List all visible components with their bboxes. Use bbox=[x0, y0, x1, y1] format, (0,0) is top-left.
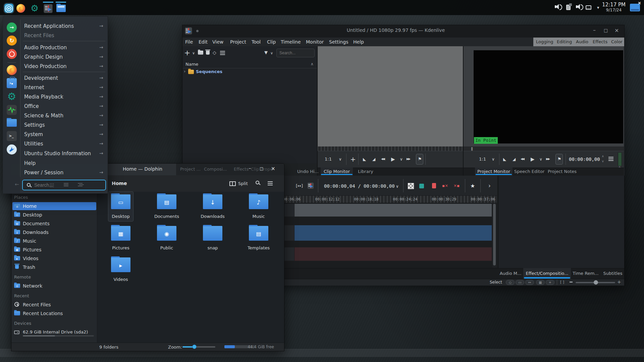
dolphin-menu-icon[interactable] bbox=[268, 181, 273, 182]
folder-label-videos[interactable]: Videos bbox=[113, 277, 128, 282]
sidebar-item-desktop[interactable]: Desktop bbox=[23, 213, 42, 218]
timeline-fit-zoom-icon[interactable]: [↔] bbox=[296, 184, 303, 188]
project-zone-out-icon[interactable]: ◢ bbox=[513, 157, 516, 162]
timeline-zoom-in-icon[interactable]: + bbox=[617, 280, 621, 285]
clip-zoom-dropdown-icon[interactable]: ∨ bbox=[339, 157, 342, 162]
tab-effects[interactable]: Effects bbox=[593, 40, 607, 44]
sidebar-item-documents[interactable]: Documents bbox=[23, 221, 50, 226]
tray-expand-icon[interactable]: ▾ bbox=[597, 5, 599, 10]
menu-item-internet[interactable]: Internet bbox=[24, 85, 44, 90]
menu-back-icon[interactable]: ← bbox=[15, 182, 19, 187]
firefox-icon[interactable] bbox=[7, 65, 17, 75]
tab-project-notes[interactable]: Project Notes bbox=[547, 169, 578, 174]
tool-button-1[interactable]: ◇ bbox=[506, 280, 515, 285]
menu-help[interactable]: Help bbox=[353, 40, 364, 45]
track-header-v2[interactable] bbox=[284, 204, 294, 217]
sequences-folder-icon[interactable] bbox=[188, 70, 194, 74]
menu-view[interactable]: View bbox=[212, 40, 223, 45]
menu-item-help[interactable]: Help bbox=[24, 161, 36, 166]
software-center-icon[interactable]: ›▪ bbox=[7, 78, 17, 88]
tab-subtitles[interactable]: Subtitles bbox=[602, 271, 624, 276]
dolphin-minimize-button[interactable]: – bbox=[249, 166, 251, 171]
audio-app-icon[interactable] bbox=[7, 105, 17, 115]
shutdown-icon[interactable] bbox=[7, 49, 17, 59]
menu-project[interactable]: Project bbox=[230, 40, 246, 45]
dolphin-launcher-icon[interactable] bbox=[56, 5, 66, 12]
folder-icon-documents[interactable]: ▤ bbox=[157, 194, 176, 209]
menu-item-settings[interactable]: Settings bbox=[24, 122, 45, 128]
clip-zone-in-icon[interactable]: ◣ bbox=[363, 157, 366, 162]
folder-icon-desktop[interactable]: ▭ bbox=[111, 194, 130, 209]
kdenlive-launcher-icon[interactable]: ▶ bbox=[44, 4, 53, 13]
sidebar-item-recent-files[interactable]: Recent Files bbox=[23, 302, 51, 307]
folder-label-pictures[interactable]: Pictures bbox=[112, 246, 129, 250]
split-view-icon[interactable] bbox=[229, 181, 236, 186]
menu-item-media-playback[interactable]: Media Playback bbox=[24, 94, 63, 100]
clip-monitor-ruler[interactable] bbox=[318, 146, 463, 151]
menu-item-graphic-design[interactable]: Graphic Design bbox=[24, 54, 63, 60]
installer-launcher-icon[interactable]: ⚙ bbox=[30, 4, 39, 13]
app-menu-launcher-icon[interactable] bbox=[4, 4, 13, 13]
clip-play-dropdown-icon[interactable]: ∨ bbox=[400, 157, 403, 162]
timeline-timecode[interactable]: 00:00:00,04 / 00:00:00,00 bbox=[324, 184, 395, 189]
clip-zoom-level[interactable]: 1:1 bbox=[325, 157, 332, 162]
bin-view-menu-icon[interactable] bbox=[220, 51, 225, 52]
clock-date[interactable]: 9/17/24 bbox=[601, 8, 626, 12]
project-play-dropdown-icon[interactable]: ∨ bbox=[539, 157, 542, 162]
menu-item-power-session[interactable]: Power / Session bbox=[24, 170, 63, 176]
sidebar-item-pictures[interactable]: Pictures bbox=[23, 247, 41, 252]
volume-tray-icon[interactable] bbox=[576, 5, 578, 8]
folder-label-templates[interactable]: Templates bbox=[248, 246, 270, 250]
timeline-overflow-icon[interactable]: › bbox=[488, 183, 491, 189]
project-rewind-icon[interactable]: ◀◀ bbox=[521, 158, 524, 161]
clip-forward-icon[interactable]: ▶▶ bbox=[407, 158, 410, 161]
folder-icon-pictures[interactable]: ▦ bbox=[111, 226, 130, 241]
menu-item-recent-files[interactable]: Recent Files bbox=[24, 33, 54, 39]
clip-add-marker-icon[interactable]: + bbox=[350, 156, 356, 163]
project-zoom-dropdown-icon[interactable]: ∨ bbox=[492, 157, 495, 162]
timeline-zoom-slider-handle[interactable] bbox=[594, 280, 598, 285]
konsole-icon[interactable]: >_ bbox=[7, 131, 17, 141]
sidebar-item-home[interactable]: Home bbox=[23, 204, 37, 209]
folder-label-music[interactable]: Music bbox=[253, 214, 265, 219]
folder-icon-templates[interactable]: ▤ bbox=[249, 226, 268, 241]
favorite-effects-icon[interactable]: ★ bbox=[470, 183, 475, 189]
folder-label-downloads[interactable]: Downloads bbox=[201, 214, 224, 219]
dolphin-menu-icon-fav[interactable] bbox=[7, 119, 17, 127]
menu-clip[interactable]: Clip bbox=[267, 40, 276, 45]
project-monitor-menu-icon[interactable] bbox=[608, 157, 613, 158]
track-v1-active[interactable] bbox=[294, 225, 492, 241]
clip-play-icon[interactable]: ▶ bbox=[391, 157, 395, 162]
tab-audio[interactable]: Audio bbox=[576, 40, 588, 44]
sidebar-item-videos[interactable]: Videos bbox=[23, 256, 39, 261]
sidebar-item-music[interactable]: Music bbox=[23, 239, 36, 244]
sidebar-item-recent-locations[interactable]: Recent Locations bbox=[23, 311, 63, 316]
menu-item-audio-production[interactable]: Audio Production bbox=[24, 45, 67, 51]
menu-item-recent-applications[interactable]: Recent Applications bbox=[24, 23, 74, 29]
project-monitor-ruler[interactable] bbox=[464, 146, 624, 151]
tab-time-remap[interactable]: Time Rem... bbox=[572, 271, 599, 276]
logout-icon[interactable]: → bbox=[7, 22, 17, 33]
sequences-folder-label[interactable]: Sequences bbox=[196, 69, 222, 74]
project-timecode[interactable]: 00:00:00,00 bbox=[569, 157, 600, 162]
dolphin-close-button[interactable]: × bbox=[271, 166, 275, 172]
track-a1[interactable] bbox=[294, 247, 492, 261]
clip-monitor-video-area[interactable] bbox=[318, 46, 463, 146]
tab-library[interactable]: Library bbox=[355, 169, 376, 174]
menu-item-video-production[interactable]: Video Production bbox=[24, 64, 67, 69]
menu-item-science-math[interactable]: Science & Math bbox=[24, 113, 63, 119]
sequences-expander-icon[interactable]: › bbox=[184, 69, 185, 74]
restart-icon[interactable]: ↻ bbox=[7, 36, 17, 46]
timeline-fullscreen-icon[interactable]: [ ] bbox=[560, 280, 564, 284]
menu-item-development[interactable]: Development bbox=[24, 75, 58, 81]
menu-monitor[interactable]: Monitor bbox=[306, 40, 324, 45]
track-header-v1[interactable] bbox=[284, 225, 294, 241]
folder-icon-videos[interactable]: ▸ bbox=[111, 257, 130, 272]
menu-settings[interactable]: Settings bbox=[329, 40, 348, 45]
insert-zone-icon[interactable] bbox=[419, 184, 424, 188]
folder-label-documents[interactable]: Documents bbox=[154, 214, 179, 219]
project-zoom-level[interactable]: 1:1 bbox=[479, 157, 486, 162]
maximize-button[interactable]: □ bbox=[604, 28, 608, 33]
tool-button-3[interactable]: ↔ bbox=[525, 280, 534, 285]
clip-zone-out-icon[interactable]: ◢ bbox=[372, 157, 375, 162]
